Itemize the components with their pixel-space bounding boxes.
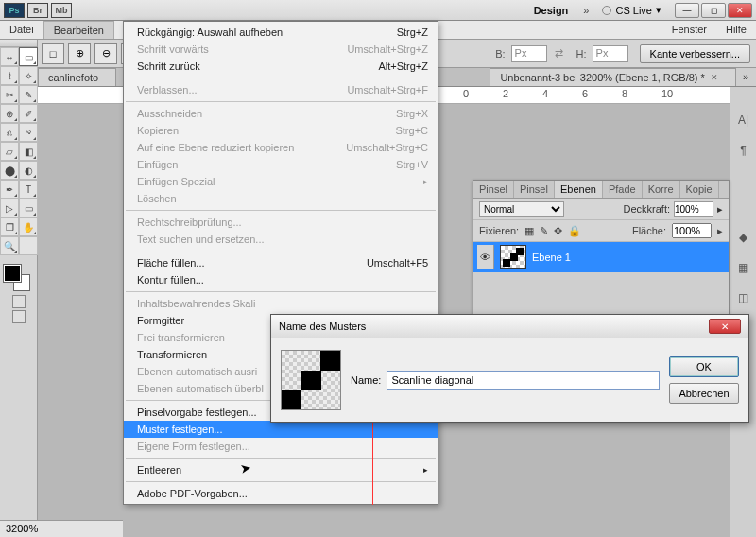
menu-content-aware-scale: Inhaltsbewahrendes Skali — [124, 295, 438, 312]
tool-3d[interactable]: ❒ — [0, 217, 19, 236]
panel-tab-ebenen[interactable]: Ebenen — [555, 181, 603, 198]
close-icon[interactable]: ✕ — [711, 73, 718, 82]
swap-icon[interactable]: ⇄ — [555, 47, 563, 60]
menu-hilfe[interactable]: Hilfe — [716, 21, 756, 39]
tool-blur[interactable]: ⬤ — [0, 161, 19, 180]
menu-cut: AusschneidenStrg+X — [124, 105, 438, 122]
edit-menu-dropdown: Rückgängig: Auswahl aufhebenStrg+Z Schri… — [123, 21, 438, 505]
tool-move[interactable]: ↔ — [0, 47, 19, 66]
tool-heal[interactable]: ⊕ — [0, 104, 19, 123]
opacity-field[interactable] — [674, 201, 713, 217]
tool-dodge[interactable]: ◐ — [19, 161, 38, 180]
tool-crop[interactable]: ✂ — [0, 85, 19, 104]
quickmask-toggle[interactable] — [0, 295, 37, 308]
name-label: Name: — [351, 374, 381, 386]
minimize-button[interactable]: — — [675, 3, 699, 18]
tool-path[interactable]: ▷ — [0, 199, 19, 217]
panel-tab-pinsel2[interactable]: Pinsel — [514, 181, 555, 198]
tool-gradient[interactable]: ◧ — [19, 142, 38, 161]
doc-tab-2[interactable]: Unbenannt-3 bei 3200% (Ebene 1, RGB/8) *… — [490, 68, 735, 86]
fill-field[interactable] — [672, 223, 712, 238]
styles-panel-icon[interactable]: ◆ — [735, 229, 752, 246]
workspace-more-icon[interactable]: » — [577, 5, 594, 16]
tool-eraser[interactable]: ▱ — [0, 142, 19, 161]
panel-tab-korre[interactable]: Korre — [643, 181, 680, 198]
color-swatches[interactable] — [0, 261, 37, 293]
menu-copy: KopierenStrg+C — [124, 122, 438, 139]
marquee-add-icon[interactable]: ⊕ — [68, 43, 91, 64]
tool-pen[interactable]: ✒ — [0, 180, 19, 199]
dialog-close-button[interactable]: ✕ — [709, 319, 741, 334]
marquee-sub-icon[interactable]: ⊖ — [94, 43, 117, 64]
tool-marquee[interactable]: ▭ — [19, 47, 38, 66]
swatches-panel-icon[interactable]: ▦ — [735, 259, 752, 276]
tool-shape[interactable]: ▭ — [19, 199, 38, 217]
layer-thumbnail[interactable] — [500, 245, 526, 269]
tab-overflow-icon[interactable]: » — [735, 68, 756, 86]
app-badge-br[interactable]: Br — [27, 3, 48, 18]
ok-button[interactable]: OK — [669, 356, 739, 377]
menu-purge[interactable]: Entleeren▸ — [124, 461, 438, 478]
doc-tab-1-label: canlinefoto — [48, 72, 98, 83]
fg-color-swatch[interactable] — [4, 265, 21, 282]
menu-undo[interactable]: Rückgängig: Auswahl aufhebenStrg+Z — [124, 24, 438, 41]
tool-wand[interactable]: ✧ — [19, 66, 38, 85]
blend-mode-select[interactable]: Normal — [479, 201, 564, 217]
tool-type[interactable]: T — [19, 180, 38, 199]
doc-tab-2-label: Unbenannt-3 bei 3200% (Ebene 1, RGB/8) * — [500, 72, 704, 83]
close-button[interactable]: ✕ — [728, 3, 752, 18]
titlebar: Ps Br Mb Design » CS Live ▾ — ◻ ✕ — [0, 0, 756, 21]
panel-tab-kopie[interactable]: Kopie — [680, 181, 719, 198]
layer-row[interactable]: 👁 Ebene 1 — [473, 242, 729, 272]
lock-brush-icon[interactable]: ✎ — [540, 225, 548, 237]
cslive-label: CS Live — [615, 5, 652, 16]
lock-move-icon[interactable]: ✥ — [554, 225, 562, 237]
app-badge-ps[interactable]: Ps — [4, 3, 25, 18]
menu-step-backward[interactable]: Schritt zurückAlt+Strg+Z — [124, 58, 438, 75]
visibility-icon[interactable]: 👁 — [477, 245, 494, 269]
tool-history[interactable]: ༄ — [19, 123, 38, 142]
menu-datei[interactable]: Datei — [0, 21, 43, 39]
paragraph-panel-icon[interactable]: ¶ — [735, 142, 752, 159]
refine-edge-button[interactable]: Kante verbessern... — [640, 44, 750, 63]
maximize-button[interactable]: ◻ — [701, 3, 726, 18]
pattern-name-input[interactable] — [387, 371, 660, 390]
workspace-design[interactable]: Design — [524, 3, 578, 18]
cursor-icon: ➤ — [239, 459, 253, 476]
app-badge-mb[interactable]: Mb — [51, 3, 72, 18]
toolbox: ↔ ▭ ⌇ ✧ ✂ ✎ ⊕ ✐ ⎌ ༄ ▱ ◧ ⬤ ◐ ✒ T ▷ ▭ ❒ ✋ … — [0, 40, 38, 537]
tool-brush[interactable]: ✐ — [19, 104, 38, 123]
zoom-status[interactable]: 3200% — [0, 520, 123, 537]
layer-name[interactable]: Ebene 1 — [532, 251, 571, 263]
cancel-button[interactable]: Abbrechen — [669, 383, 739, 404]
tool-eyedropper[interactable]: ✎ — [19, 85, 38, 104]
tool-hand[interactable]: ✋ — [19, 217, 38, 236]
navigator-panel-icon[interactable]: ◫ — [735, 289, 752, 306]
pattern-name-dialog: Name des Musters ✕ Name: OK Abbrechen — [270, 314, 749, 423]
right-dock: A| ¶ ◆ ▦ ◫ ≣ ◐ — [730, 87, 756, 537]
height-field[interactable]: Px — [593, 45, 628, 62]
menu-pdf-presets[interactable]: Adobe PDF-Vorgaben... — [124, 485, 438, 502]
menu-fenster[interactable]: Fenster — [662, 21, 716, 39]
lock-pixels-icon[interactable]: ▦ — [524, 225, 534, 237]
panel-tab-pinsel1[interactable]: Pinsel — [473, 181, 514, 198]
chevron-down-icon[interactable]: ▸ — [717, 203, 723, 216]
screenmode-toggle[interactable] — [0, 310, 37, 323]
marquee-normal-icon[interactable]: □ — [42, 43, 64, 64]
character-panel-icon[interactable]: A| — [735, 112, 752, 129]
panel-tab-pfade[interactable]: Pfade — [603, 181, 643, 198]
fill-label: Fläche: — [632, 225, 666, 236]
tool-zoom[interactable]: 🔍 — [0, 236, 19, 255]
cslive-button[interactable]: CS Live ▾ — [594, 4, 669, 16]
menu-define-pattern[interactable]: Muster festlegen... — [124, 421, 438, 438]
chevron-down-icon[interactable]: ▸ — [717, 225, 723, 237]
menu-bearbeiten[interactable]: Bearbeiten — [43, 21, 114, 39]
lock-all-icon[interactable]: 🔒 — [568, 225, 581, 237]
menu-stroke[interactable]: Kontur füllen... — [124, 271, 438, 288]
width-label: B: — [495, 48, 505, 60]
tool-stamp[interactable]: ⎌ — [0, 123, 19, 142]
width-field[interactable]: Px — [511, 45, 547, 62]
doc-tab-1[interactable]: canlinefoto — [38, 68, 116, 86]
tool-lasso[interactable]: ⌇ — [0, 66, 19, 85]
menu-fill[interactable]: Fläche füllen...Umschalt+F5 — [124, 254, 438, 271]
